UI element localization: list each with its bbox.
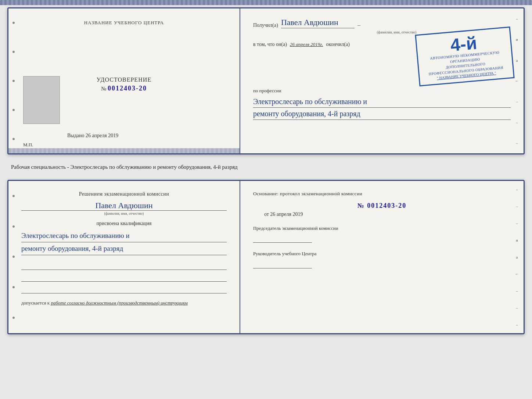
right-binding-top: – и а ← – – – <box>513 8 521 153</box>
rukovoditel-block: Руководитель учебного Центра <box>253 250 511 268</box>
bottom-doc-left: Решением экзаменационной комиссии Павел … <box>8 181 240 333</box>
rukovoditel-line <box>253 261 312 268</box>
vydano-label: Выдано <box>67 133 85 138</box>
middle-text: Рабочая специальность - Электрослесарь п… <box>7 161 525 173</box>
ot-date: 26 апреля 2019 <box>270 211 303 217</box>
poluchil-block: Получил(а) Павел Авдюшин – <box>253 18 511 28</box>
bottom-document: Решением экзаменационной комиссии Павел … <box>7 180 525 334</box>
photo-placeholder <box>23 76 60 124</box>
kvalif-line2: ремонту оборудования, 4-й разряд <box>21 242 227 255</box>
left-binding <box>11 8 17 153</box>
vydano-block: Выдано 26 апреля 2019 <box>67 133 118 139</box>
poluchil-label: Получил(а) <box>253 22 278 28</box>
ot-date-block: от 26 апреля 2019 <box>264 211 511 217</box>
profession-line1: Электрослесарь по обслуживанию и <box>253 96 511 108</box>
vtom-date: 26 апреля 2019г. <box>290 42 323 47</box>
udostoverenie-number: 0012403-20 <box>108 85 147 92</box>
top-doc-right: Получил(а) Павел Авдюшин – (фамилия, имя… <box>240 8 524 153</box>
mp-label: М.П. <box>23 142 33 148</box>
protocol-number: № 0012403-20 <box>253 202 511 210</box>
bottom-doc-right: Основание: протокол экзаменационной коми… <box>240 181 524 333</box>
kvalif-line1: Электрослесарь по обслуживанию и <box>21 229 227 242</box>
recipient-name-bottom: Павел Авдюшин <box>21 201 227 211</box>
sig-line-3 <box>21 286 227 293</box>
signature-lines-left <box>21 263 227 293</box>
fio-subtitle-bottom: (фамилия, имя, отчество) <box>21 211 227 215</box>
top-left-title: НАЗВАНИЕ УЧЕБНОГО ЦЕНТРА <box>84 19 164 26</box>
udostoverenie-block: УДОСТОВЕРЕНИЕ № 0012403-20 <box>97 76 151 92</box>
recipient-name-top: Павел Авдюшин <box>281 18 355 28</box>
profession-line2: ремонту оборудования, 4-й разряд <box>253 108 511 120</box>
predsedatel-line <box>253 235 312 243</box>
predsedatel-label: Председатель экзаменационной комиссии <box>253 225 511 232</box>
vydano-date: 26 апреля 2019 <box>86 133 118 138</box>
resheniyem-label: Решением экзаменационной комиссии <box>21 190 227 198</box>
top-doc-left: НАЗВАНИЕ УЧЕБНОГО ЦЕНТРА УДОСТОВЕРЕНИЕ №… <box>8 8 240 153</box>
sig-line-2 <box>21 274 227 282</box>
protocol-prefix: № <box>357 202 365 209</box>
number-prefix: № <box>101 86 106 92</box>
rukovoditel-label: Руководитель учебного Центра <box>253 250 511 257</box>
po-professii-label: по профессии <box>253 88 511 94</box>
osnovanie-label: Основание: протокол экзаменационной коми… <box>253 190 511 197</box>
top-document: НАЗВАНИЕ УЧЕБНОГО ЦЕНТРА УДОСТОВЕРЕНИЕ №… <box>7 7 525 154</box>
stamp-overlay: 4-й АВТОНОМНУЮ НЕКОММЕРЧЕСКУЮ ОРГАНИЗАЦИ… <box>415 26 514 86</box>
left-binding-bottom <box>11 181 17 333</box>
sig-line-1 <box>21 263 227 270</box>
udostoverenie-label: УДОСТОВЕРЕНИЕ <box>97 76 151 83</box>
dopuskaetsya-value: работе согласно должностным (производств… <box>51 300 187 306</box>
protocol-num: 0012403-20 <box>367 202 406 209</box>
dopuskaetsya-block: допускается к работе согласно должностны… <box>21 300 227 306</box>
vtom-label: в том, что он(а) <box>253 42 287 47</box>
predsedatel-block: Председатель экзаменационной комиссии <box>253 225 511 243</box>
right-binding-bottom: – – – и а ← – – – <box>513 181 521 333</box>
prisvoena-label: присвоена квалификация <box>21 221 227 227</box>
okonchil-label: окончил(а) <box>326 42 350 47</box>
ot-prefix: от <box>264 211 269 217</box>
dopuskaetsya-label: допускается к <box>21 300 50 306</box>
